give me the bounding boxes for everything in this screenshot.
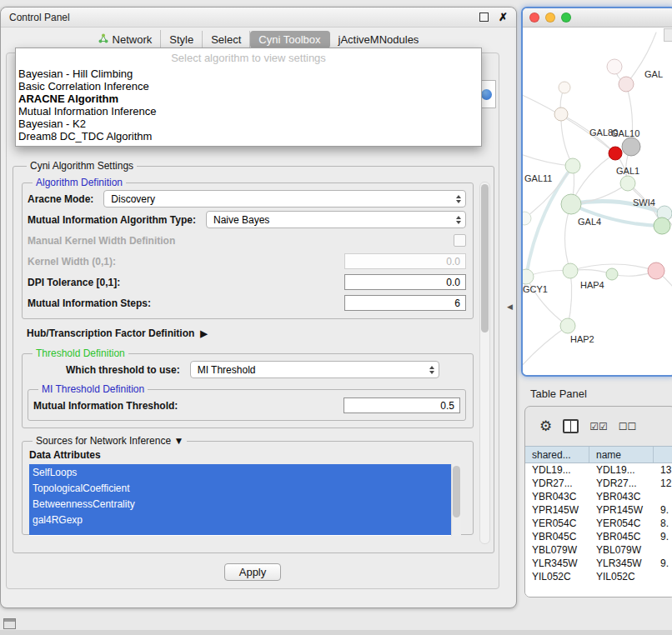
attribute-item-gal4rgexp[interactable]: gal4RGexp [29, 512, 451, 528]
network-graph[interactable]: GALGAL80GAL10GAL11GAL1SWI4GAL4GCY1HAP4HA… [523, 28, 672, 377]
network-node-gcy1[interactable] [523, 269, 534, 284]
network-node[interactable] [606, 268, 618, 280]
table-panel-title: Table Panel [530, 388, 587, 400]
attribute-item-topologicalcoefficient[interactable]: TopologicalCoefficient [29, 480, 451, 496]
settings-group-title: Cyni Algorithm Settings [27, 160, 137, 172]
hub-definition-label: Hub/Transcription Factor Definition [27, 328, 194, 339]
node-label-hap2: HAP2 [570, 334, 594, 344]
sources-toggle[interactable]: Sources for Network Inference ▼ [33, 435, 187, 447]
apply-button[interactable]: Apply [224, 563, 281, 581]
deselect-all-checkboxes-icon[interactable]: ☐☐ [619, 421, 637, 432]
column-settings-icon[interactable] [563, 419, 579, 433]
which-threshold-select[interactable]: MI Threshold [190, 361, 439, 378]
node-label-swi4: SWI4 [633, 198, 655, 208]
tab-cyni-toolbox[interactable]: Cyni Toolbox [250, 31, 329, 48]
network-node-gal80[interactable] [554, 108, 568, 121]
manual-kernel-row: Manual Kernel Width Definition [28, 230, 466, 251]
manual-kernel-checkbox[interactable] [454, 234, 466, 247]
tab-jactivemnodules[interactable]: jActiveMNodules [330, 31, 428, 48]
column-header-name[interactable]: name [589, 447, 654, 462]
mi-type-select[interactable]: Naive Bayes [206, 211, 466, 228]
network-node-hap2[interactable] [560, 318, 575, 333]
float-window-icon[interactable] [479, 12, 489, 22]
attribute-list-scrollbar[interactable] [451, 464, 461, 536]
expand-arrow-icon[interactable]: ▶ [200, 328, 207, 339]
mi-type-row: Mutual Information Algorithm Type: Naive… [28, 209, 466, 230]
network-node-gal1[interactable] [620, 176, 635, 191]
zoom-light[interactable] [561, 12, 571, 22]
table-header-row[interactable]: shared...name [525, 446, 672, 463]
network-view-window[interactable]: GALGAL80GAL10GAL11GAL1SWI4GAL4GCY1HAP4HA… [521, 7, 672, 377]
kernel-width-row: Kernel Width (0,1): 0.0 [28, 251, 466, 272]
tab-style[interactable]: Style [161, 31, 203, 48]
taskbar-window-icon[interactable] [3, 618, 16, 629]
dropdown-item-basic-correlation-inference[interactable]: Basic Correlation Inference [16, 80, 481, 92]
scrollbar-thumb[interactable] [453, 466, 460, 518]
network-edge[interactable] [523, 326, 568, 374]
dropdown-item-bayesian-k2[interactable]: Bayesian - K2 [16, 118, 481, 130]
tab-select[interactable]: Select [203, 31, 250, 48]
network-node-gal[interactable] [619, 77, 634, 92]
close-icon[interactable]: ✗ [499, 11, 508, 23]
table-row[interactable]: YLR345WYLR345W9. [525, 557, 672, 570]
close-light[interactable] [529, 12, 539, 22]
table-row[interactable]: YBR043CYBR043C [525, 490, 672, 503]
mi-steps-field[interactable]: 6 [344, 295, 466, 311]
table-cell: YPR145W [589, 504, 654, 516]
table-row[interactable]: YPR145WYPR145W9. [525, 503, 672, 517]
network-node[interactable] [648, 262, 664, 279]
dpi-tolerance-field[interactable]: 0.0 [344, 274, 466, 290]
sources-group: Sources for Network Inference ▼ Data Att… [22, 435, 474, 535]
network-node-hap4[interactable] [563, 263, 578, 278]
aracne-mode-select[interactable]: Discovery [103, 190, 466, 208]
network-edge[interactable] [523, 91, 615, 153]
dropdown-item-mutual-information-inference[interactable]: Mutual Information Inference [16, 105, 481, 118]
settings-scrollbar[interactable] [479, 182, 490, 544]
table-row[interactable]: YBL079WYBL079W [525, 543, 672, 557]
mi-threshold-field[interactable]: 0.5 [344, 398, 460, 413]
column-header-shared[interactable]: shared... [525, 447, 589, 462]
table-row[interactable]: YDL19...YDL19...13 [525, 463, 672, 477]
network-node[interactable] [559, 82, 570, 93]
tab-label: Select [211, 34, 241, 45]
attribute-item-selfloops[interactable]: SelfLoops [29, 464, 451, 480]
table-row[interactable]: YBR045CYBR045C9. [525, 530, 672, 543]
table-row[interactable]: YIL052CYIL052C [525, 570, 672, 583]
dropdown-item-bayesian-hill-climbing[interactable]: Bayesian - Hill Climbing [16, 68, 481, 80]
tab-label: Cyni Toolbox [258, 34, 320, 45]
scrollbar-thumb[interactable] [481, 184, 489, 332]
network-window-titlebar[interactable] [523, 8, 672, 28]
network-node-gal4[interactable] [561, 194, 581, 214]
tab-label: Style [169, 34, 193, 45]
tab-network[interactable]: Network [90, 30, 162, 48]
data-attributes-list[interactable]: SelfLoopsTopologicalCoefficientBetweenne… [29, 464, 461, 536]
table-row[interactable]: YDR27...YDR27...12 [525, 477, 672, 490]
network-scrollbar-fragment[interactable] [664, 28, 672, 42]
network-edge[interactable] [568, 271, 572, 326]
hub-definition-toggle[interactable]: Hub/Transcription Factor Definition ▶ [27, 328, 474, 339]
gear-icon[interactable]: ⚙ [539, 418, 552, 435]
select-all-checkboxes-icon[interactable]: ☑☑ [589, 421, 608, 432]
threshold-definition-title: Threshold Definition [33, 348, 128, 359]
dropdown-item-dream8-dc-tdc-algorithm[interactable]: Dream8 DC_TDC Algorithm [16, 130, 481, 142]
node-label-gal11: GAL11 [524, 173, 552, 183]
bottom-strip [0, 630, 672, 635]
network-node[interactable] [654, 218, 670, 234]
table-row[interactable]: YER054CYER054C8. [525, 517, 672, 530]
collapse-arrow-icon[interactable]: ▼ [173, 435, 183, 447]
minimize-light[interactable] [545, 12, 555, 22]
table-cell: 9. [654, 531, 672, 542]
panel-collapse-arrow-icon[interactable]: ◀ [507, 302, 513, 311]
column-header-3[interactable] [654, 447, 672, 462]
control-panel-titlebar[interactable]: Control Panel ✗ [1, 8, 516, 28]
network-node-gal11[interactable] [565, 158, 580, 173]
network-canvas[interactable]: GALGAL80GAL10GAL11GAL1SWI4GAL4GCY1HAP4HA… [523, 28, 672, 375]
table-body: YDL19...YDL19...13YDR27...YDR27...12YBR0… [525, 463, 672, 583]
attribute-item-partial[interactable] [29, 528, 451, 535]
dropdown-item-aracne-algorithm[interactable]: ARACNE Algorithm [16, 92, 481, 105]
network-node[interactable] [609, 147, 622, 160]
kernel-width-field[interactable]: 0.0 [344, 253, 466, 269]
network-node-gal10[interactable] [622, 138, 640, 156]
network-node[interactable] [607, 59, 622, 74]
attribute-item-betweennesscentrality[interactable]: BetweennessCentrality [29, 496, 451, 512]
